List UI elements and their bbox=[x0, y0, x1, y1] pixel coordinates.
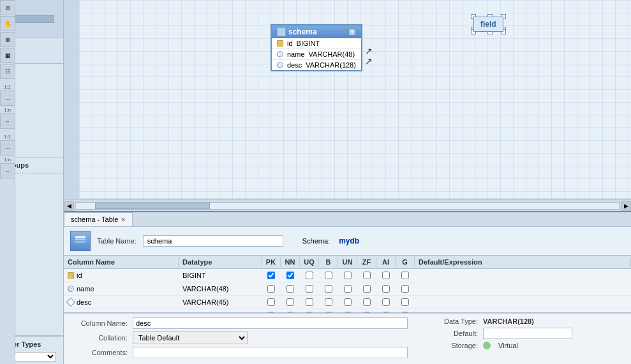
zf-checkbox-name[interactable] bbox=[363, 285, 371, 293]
col-name-name: ◇ name bbox=[64, 284, 179, 294]
g-checkbox-desc[interactable] bbox=[401, 298, 409, 306]
col-b-id[interactable] bbox=[319, 272, 338, 279]
col-header-un: UN bbox=[338, 257, 357, 267]
col-expr-desc bbox=[415, 301, 631, 303]
comments-label: Comments: bbox=[70, 349, 128, 356]
schema-col-id-type: BIGINT bbox=[297, 40, 320, 47]
table-row-name[interactable]: ◇ name VARCHAR(48) bbox=[64, 282, 631, 296]
b-checkbox-name[interactable] bbox=[325, 285, 332, 293]
col-ai-desc[interactable] bbox=[376, 298, 396, 306]
pk-icon bbox=[277, 40, 283, 47]
table-row-id[interactable]: id BIGINT bbox=[64, 269, 631, 282]
pk-icon-id bbox=[68, 272, 74, 279]
col-name-name-text: name bbox=[77, 285, 94, 293]
col-name-id: id bbox=[64, 270, 179, 280]
uq-checkbox-desc[interactable] bbox=[306, 298, 313, 306]
prop-row-collation: Collation: Table Default bbox=[70, 331, 408, 344]
right-panel: ⊞ ✋ ⊕ ▦ ☷ 1:1 — 1:n ↔ 1:1 — 1:n ↔ bbox=[64, 0, 631, 364]
pk-checkbox-id[interactable] bbox=[267, 272, 275, 279]
schema-table-header[interactable]: schema ▼ bbox=[272, 25, 361, 38]
b-checkbox-desc[interactable] bbox=[325, 298, 332, 306]
svg-rect-1 bbox=[75, 238, 85, 240]
ai-checkbox-id[interactable] bbox=[382, 272, 390, 279]
col-zf-desc[interactable] bbox=[357, 298, 376, 306]
hscroll-track[interactable] bbox=[75, 202, 620, 210]
col-g-name[interactable] bbox=[396, 285, 415, 293]
col-un-desc[interactable] bbox=[338, 298, 357, 306]
field-widget-container: field bbox=[473, 17, 503, 32]
col-expr-id bbox=[415, 274, 631, 277]
col-uq-name[interactable] bbox=[300, 285, 319, 293]
canvas-cursor: ↗ bbox=[365, 46, 369, 50]
tab-close-btn[interactable]: ✕ bbox=[121, 216, 126, 223]
collation-select[interactable]: Table Default bbox=[133, 331, 248, 344]
un-checkbox-desc[interactable] bbox=[344, 298, 352, 306]
col-g-desc[interactable] bbox=[396, 298, 415, 306]
zf-checkbox-id[interactable] bbox=[363, 272, 371, 279]
schema-table-widget[interactable]: schema ▼ id BIGINT name VARCHAR(4 bbox=[271, 24, 362, 71]
col-name-prop-input[interactable] bbox=[133, 317, 408, 329]
nn-checkbox-desc[interactable] bbox=[286, 298, 294, 306]
canvas-hscroll[interactable]: ◀ ▶ bbox=[64, 200, 631, 211]
col-zf-id[interactable] bbox=[357, 272, 376, 279]
pk-checkbox-desc[interactable] bbox=[267, 298, 275, 306]
col-g-id[interactable] bbox=[396, 272, 415, 279]
schema-label-text: Schema: bbox=[302, 237, 330, 245]
col-name-prop-label: Column Name: bbox=[70, 319, 128, 327]
ai-checkbox-name[interactable] bbox=[382, 285, 390, 293]
fk-icon-name-row: ◇ bbox=[68, 286, 74, 292]
nn-checkbox-id[interactable] bbox=[286, 272, 294, 279]
col-ai-id[interactable] bbox=[376, 272, 396, 279]
un-checkbox-id[interactable] bbox=[344, 272, 352, 279]
tab-schema-table-label: schema - Table bbox=[71, 215, 118, 223]
ai-checkbox-desc[interactable] bbox=[382, 298, 390, 306]
hscroll-left[interactable]: ◀ bbox=[64, 201, 74, 211]
col-zf-name[interactable] bbox=[357, 285, 376, 293]
b-checkbox-id[interactable] bbox=[325, 272, 332, 279]
g-checkbox-id[interactable] bbox=[401, 272, 409, 279]
g-checkbox-name[interactable] bbox=[401, 285, 409, 293]
uq-checkbox-id[interactable] bbox=[306, 272, 313, 279]
uq-checkbox-name[interactable] bbox=[306, 285, 313, 293]
field-widget[interactable]: field bbox=[473, 17, 503, 32]
comments-input[interactable] bbox=[133, 347, 408, 358]
col-nn-desc[interactable] bbox=[281, 298, 300, 306]
table-editor-icon bbox=[70, 231, 91, 251]
fk-icon-name bbox=[277, 51, 283, 57]
col-pk-desc[interactable] bbox=[262, 298, 281, 306]
nn-checkbox-name[interactable] bbox=[286, 285, 294, 293]
collation-label: Collation: bbox=[70, 334, 128, 342]
tab-schema-table[interactable]: schema - Table ✕ bbox=[64, 212, 133, 226]
col-uq-id[interactable] bbox=[300, 272, 319, 279]
table-name-label: Table Name: bbox=[97, 237, 137, 245]
table-row-desc[interactable]: desc VARCHAR(45) bbox=[64, 296, 631, 309]
col-header-uq: UQ bbox=[300, 257, 319, 267]
col-un-id[interactable] bbox=[338, 272, 357, 279]
col-name-id-text: id bbox=[77, 272, 82, 279]
pk-checkbox-name[interactable] bbox=[267, 285, 275, 293]
col-header-name: Column Name bbox=[64, 257, 179, 267]
hscroll-right[interactable]: ▶ bbox=[621, 201, 631, 211]
schema-col-desc-name: desc bbox=[287, 61, 302, 69]
col-b-name[interactable] bbox=[319, 285, 338, 293]
col-un-name[interactable] bbox=[338, 285, 357, 293]
col-nn-name[interactable] bbox=[281, 285, 300, 293]
col-header-ai: AI bbox=[376, 257, 396, 267]
fk-icon-desc bbox=[277, 62, 283, 68]
col-expr-name bbox=[415, 288, 631, 290]
prop-row-default: Default: bbox=[420, 328, 625, 339]
col-uq-desc[interactable] bbox=[300, 298, 319, 306]
table-editor-header: Table Name: Schema: mydb bbox=[64, 227, 631, 256]
table-name-input[interactable] bbox=[143, 235, 283, 247]
col-b-desc[interactable] bbox=[319, 298, 338, 306]
col-nn-id[interactable] bbox=[281, 272, 300, 279]
default-input[interactable] bbox=[483, 328, 572, 339]
col-pk-name[interactable] bbox=[262, 285, 281, 293]
col-ai-name[interactable] bbox=[376, 285, 396, 293]
hscroll-thumb[interactable] bbox=[95, 203, 210, 209]
bottom-tabs: schema - Table ✕ bbox=[64, 212, 631, 227]
un-checkbox-name[interactable] bbox=[344, 285, 352, 293]
schema-expand-btn[interactable]: ▼ bbox=[348, 28, 356, 36]
col-pk-id[interactable] bbox=[262, 272, 281, 279]
zf-checkbox-desc[interactable] bbox=[363, 298, 371, 306]
